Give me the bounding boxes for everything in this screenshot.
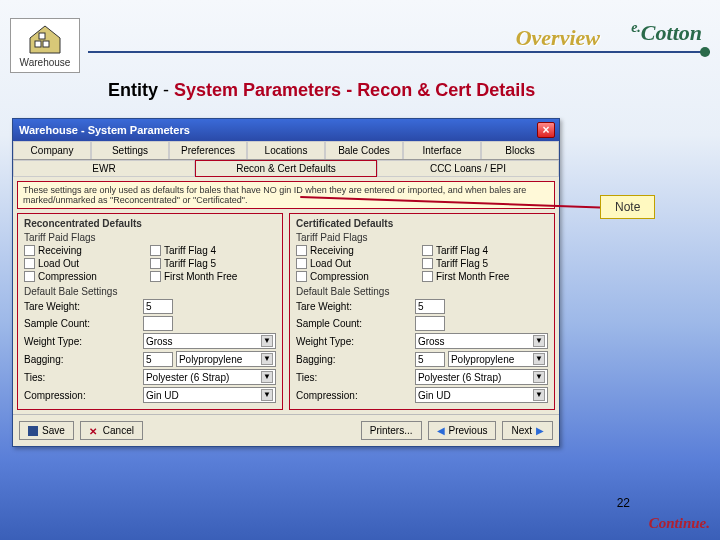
- svg-rect-2: [43, 41, 49, 47]
- flag-receiving[interactable]: Receiving: [296, 245, 422, 256]
- svg-rect-3: [39, 33, 45, 39]
- flag-load-out[interactable]: Load Out: [296, 258, 422, 269]
- ties-select[interactable]: Polyester (6 Strap)▼: [143, 369, 276, 385]
- flag-tariff-flag-4[interactable]: Tariff Flag 4: [150, 245, 276, 256]
- subtab-ccc-loans-epi[interactable]: CCC Loans / EPI: [377, 160, 559, 177]
- sample-count-input[interactable]: [415, 316, 445, 331]
- logo-dot: [700, 47, 710, 57]
- compression-select[interactable]: Gin UD▼: [143, 387, 276, 403]
- window-titlebar: Warehouse - System Parameters ×: [13, 119, 559, 141]
- window-title: Warehouse - System Parameters: [19, 124, 190, 136]
- page-number: 22: [617, 496, 630, 510]
- flag-compression[interactable]: Compression: [296, 271, 422, 282]
- flag-receiving[interactable]: Receiving: [24, 245, 150, 256]
- tab-interface[interactable]: Interface: [403, 141, 481, 159]
- bagging-code-input[interactable]: [415, 352, 445, 367]
- system-parameters-window: Warehouse - System Parameters × CompanyS…: [12, 118, 560, 447]
- tab-settings[interactable]: Settings: [91, 141, 169, 159]
- defaults-note: These settings are only used as defaults…: [17, 181, 555, 209]
- ecotton-logo: e.Cotton: [631, 20, 702, 46]
- tab-preferences[interactable]: Preferences: [169, 141, 247, 159]
- button-bar: Save ✕Cancel Printers... ◀Previous Next▶: [13, 414, 559, 446]
- flag-compression[interactable]: Compression: [24, 271, 150, 282]
- tab-locations[interactable]: Locations: [247, 141, 325, 159]
- flag-first-month-free[interactable]: First Month Free: [422, 271, 548, 282]
- warehouse-app-icon: Warehouse: [10, 18, 80, 73]
- sample-count-input[interactable]: [143, 316, 173, 331]
- bagging-code-input[interactable]: [143, 352, 173, 367]
- tab-blocks[interactable]: Blocks: [481, 141, 559, 159]
- certificated-defaults-group: Certificated DefaultsTariff Paid FlagsRe…: [289, 213, 555, 410]
- continue-label: Continue.: [649, 515, 710, 532]
- header-rule: [88, 51, 710, 53]
- subtab-ewr[interactable]: EWR: [13, 160, 195, 177]
- flag-first-month-free[interactable]: First Month Free: [150, 271, 276, 282]
- previous-button[interactable]: ◀Previous: [428, 421, 497, 440]
- save-button[interactable]: Save: [19, 421, 74, 440]
- flag-tariff-flag-5[interactable]: Tariff Flag 5: [422, 258, 548, 269]
- reconcentrated-defaults-group: Reconcentrated DefaultsTariff Paid Flags…: [17, 213, 283, 410]
- subtab-recon-cert-defaults[interactable]: Recon & Cert Defaults: [195, 160, 377, 177]
- flag-load-out[interactable]: Load Out: [24, 258, 150, 269]
- defaults-columns: Reconcentrated DefaultsTariff Paid Flags…: [13, 213, 559, 414]
- tare-weight-input[interactable]: [415, 299, 445, 314]
- flag-tariff-flag-4[interactable]: Tariff Flag 4: [422, 245, 548, 256]
- breadcrumb: Entity - System Parameters - Recon & Cer…: [108, 80, 535, 101]
- tab-row-1: CompanySettingsPreferencesLocationsBale …: [13, 141, 559, 160]
- flag-tariff-flag-5[interactable]: Tariff Flag 5: [150, 258, 276, 269]
- close-icon[interactable]: ×: [537, 122, 555, 138]
- overview-heading: Overview: [516, 25, 600, 51]
- warehouse-icon-label: Warehouse: [20, 57, 71, 68]
- bagging-select[interactable]: Polypropylene▼: [176, 351, 276, 367]
- tare-weight-input[interactable]: [143, 299, 173, 314]
- compression-select[interactable]: Gin UD▼: [415, 387, 548, 403]
- weight-type-select[interactable]: Gross▼: [415, 333, 548, 349]
- tab-bale-codes[interactable]: Bale Codes: [325, 141, 403, 159]
- bagging-select[interactable]: Polypropylene▼: [448, 351, 548, 367]
- tab-company[interactable]: Company: [13, 141, 91, 159]
- ties-select[interactable]: Polyester (6 Strap)▼: [415, 369, 548, 385]
- next-button[interactable]: Next▶: [502, 421, 553, 440]
- cancel-button[interactable]: ✕Cancel: [80, 421, 143, 440]
- weight-type-select[interactable]: Gross▼: [143, 333, 276, 349]
- note-callout: Note: [600, 195, 655, 219]
- printers-button[interactable]: Printers...: [361, 421, 422, 440]
- svg-rect-1: [35, 41, 41, 47]
- tab-row-2: EWRRecon & Cert DefaultsCCC Loans / EPI: [13, 160, 559, 177]
